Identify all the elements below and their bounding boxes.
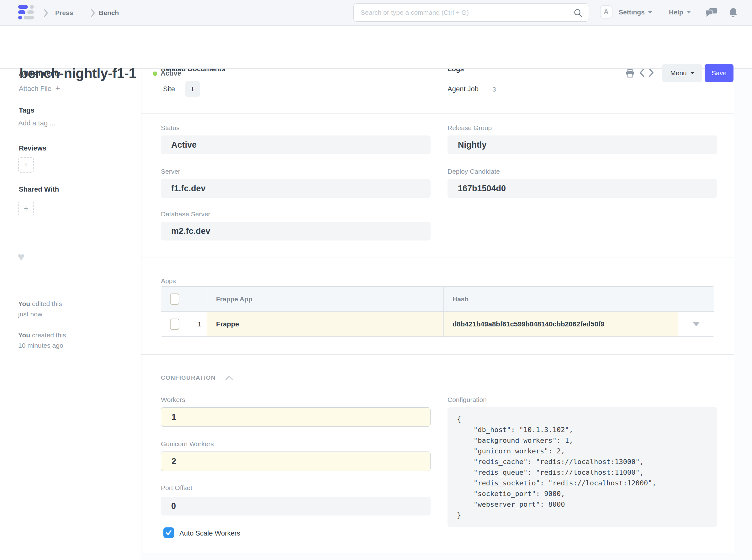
select-all-checkbox[interactable] bbox=[170, 294, 179, 305]
chevron-left-icon bbox=[639, 68, 645, 77]
status-field-label: Status bbox=[161, 124, 180, 132]
deploy-candidate-field-value: 167b1504d0 bbox=[458, 184, 506, 194]
row-app-value: Frappe bbox=[207, 320, 239, 328]
attach-file-label: Attach File bbox=[19, 85, 52, 93]
port-offset-field-value: 0 bbox=[171, 501, 176, 511]
configuration-section-title: CONFIGURATION bbox=[161, 374, 216, 381]
created-user: You bbox=[18, 332, 30, 339]
header-hash-cell: Hash bbox=[443, 286, 678, 311]
deploy-candidate-field: 167b1504d0 bbox=[448, 179, 717, 198]
settings-menu[interactable]: Settings bbox=[619, 8, 652, 16]
apps-table: Frappe App Hash 1 Frappe d8b421b49a8bf61… bbox=[161, 286, 714, 337]
frappe-logo-icon[interactable] bbox=[18, 5, 34, 21]
global-search bbox=[353, 3, 589, 22]
status-indicator-label: Active bbox=[161, 69, 181, 77]
json-line: "redis_socketio": "redis://localhost:120… bbox=[457, 478, 717, 488]
json-line: "webserver_port": 8000 bbox=[457, 499, 717, 510]
add-tag-input[interactable]: Add a tag ... bbox=[18, 119, 56, 127]
menu-button[interactable]: Menu bbox=[662, 64, 702, 82]
breadcrumb-chevron-icon bbox=[90, 9, 96, 17]
row-select-cell: 1 bbox=[161, 312, 207, 336]
print-button[interactable] bbox=[625, 69, 635, 79]
like-heart-icon[interactable]: ♥ bbox=[18, 251, 25, 263]
created-when: 10 minutes ago bbox=[18, 342, 63, 349]
edited-info: You edited this just now bbox=[18, 299, 106, 319]
next-document-button[interactable] bbox=[649, 68, 654, 78]
port-offset-field-label: Port Offset bbox=[161, 484, 192, 492]
apps-section-label: Apps bbox=[161, 277, 176, 285]
notifications-bell-icon[interactable] bbox=[729, 7, 738, 19]
configuration-json-block: { "db_host": "10.1.3.102", "background_w… bbox=[448, 407, 717, 527]
row-hash-value: d8b421b49a8bf61c599b048140cbb2062fed50f9 bbox=[444, 320, 604, 328]
release-group-field: Nightly bbox=[448, 136, 717, 154]
chevron-down-icon bbox=[691, 72, 694, 74]
settings-menu-label: Settings bbox=[619, 8, 645, 16]
save-button[interactable]: Save bbox=[705, 64, 733, 82]
chat-icon[interactable] bbox=[706, 8, 717, 18]
release-group-field-value: Nightly bbox=[458, 140, 487, 150]
attach-file-button[interactable]: Attach File + bbox=[19, 83, 60, 93]
chevron-down-icon bbox=[687, 11, 691, 14]
plus-icon: + bbox=[23, 203, 28, 214]
server-field-label: Server bbox=[161, 168, 180, 175]
release-group-field-label: Release Group bbox=[448, 124, 492, 132]
database-server-field-value: m2.fc.dev bbox=[171, 226, 211, 236]
search-input[interactable] bbox=[361, 4, 571, 21]
configuration-section-toggle[interactable]: CONFIGURATION bbox=[161, 374, 233, 381]
gunicorn-workers-input[interactable]: 2 bbox=[161, 452, 431, 471]
auto-scale-workers-checkbox[interactable] bbox=[163, 527, 174, 538]
json-line: "socketio_port": 9000, bbox=[457, 488, 717, 499]
breadcrumb-press[interactable]: Press bbox=[55, 9, 73, 17]
breadcrumb-chevron-icon bbox=[43, 9, 48, 17]
workers-input[interactable]: 1 bbox=[161, 407, 431, 427]
table-row: 1 Frappe d8b421b49a8bf61c599b048140cbb20… bbox=[161, 311, 714, 336]
sidebar-shared-with-title: Shared With bbox=[19, 185, 59, 194]
sidebar-reviews-title: Reviews bbox=[19, 144, 46, 153]
add-review-button[interactable]: + bbox=[18, 157, 34, 173]
json-line: "gunicorn_workers": 2, bbox=[457, 446, 717, 457]
breadcrumb-bench[interactable]: Bench bbox=[99, 9, 119, 17]
json-line: "db_host": "10.1.3.102", bbox=[457, 424, 717, 435]
help-menu-label: Help bbox=[669, 8, 683, 16]
agent-job-link[interactable]: Agent Job bbox=[448, 85, 478, 93]
section-divider bbox=[141, 257, 734, 257]
section-divider bbox=[141, 113, 734, 114]
hash-column-header: Hash bbox=[444, 295, 469, 303]
navbar: Press Bench A Settings Help bbox=[0, 0, 752, 26]
help-menu[interactable]: Help bbox=[669, 8, 691, 16]
plus-icon: + bbox=[23, 160, 28, 170]
auto-scale-workers-label: Auto Scale Workers bbox=[179, 529, 240, 537]
database-server-field-label: Database Server bbox=[161, 211, 211, 218]
port-offset-field: 0 bbox=[161, 497, 431, 516]
status-field-value: Active bbox=[171, 140, 197, 150]
edited-action: edited this bbox=[30, 300, 62, 307]
previous-document-button[interactable] bbox=[639, 68, 645, 78]
gunicorn-workers-input-value: 2 bbox=[172, 457, 176, 466]
json-line: "redis_cache": "redis://localhost:13000"… bbox=[457, 457, 717, 467]
created-info: You created this 10 minutes ago bbox=[18, 330, 112, 351]
new-site-button[interactable]: + bbox=[185, 81, 200, 97]
add-share-button[interactable]: + bbox=[18, 201, 34, 216]
created-action: created this bbox=[30, 332, 66, 339]
row-hash-cell[interactable]: d8b421b49a8bf61c599b048140cbb2062fed50f9 bbox=[443, 312, 678, 336]
header-app-cell: Frappe App bbox=[207, 286, 443, 311]
status-indicator-dot bbox=[153, 72, 157, 76]
row-checkbox[interactable] bbox=[170, 319, 179, 330]
attach-file-plus-icon: + bbox=[55, 83, 60, 93]
related-site-label: Site bbox=[163, 85, 175, 93]
edited-when: just now bbox=[18, 311, 42, 318]
database-server-field: m2.fc.dev bbox=[161, 222, 431, 240]
row-dropdown-arrow-icon[interactable] bbox=[692, 322, 700, 326]
server-field-value: f1.fc.dev bbox=[171, 184, 206, 194]
json-line: "background_workers": 1, bbox=[457, 435, 717, 446]
save-button-label: Save bbox=[712, 69, 727, 77]
row-app-cell[interactable]: Frappe bbox=[207, 312, 443, 336]
edited-user: You bbox=[18, 300, 30, 307]
header-select-cell bbox=[161, 286, 207, 311]
json-line: } bbox=[457, 510, 717, 520]
avatar-letter: A bbox=[604, 8, 609, 16]
agent-job-count: 3 bbox=[492, 86, 496, 93]
user-avatar[interactable]: A bbox=[600, 5, 612, 19]
checkmark-icon bbox=[165, 530, 172, 536]
page-head: bench-nightly-f1-1 Active Menu Save bbox=[0, 26, 752, 69]
